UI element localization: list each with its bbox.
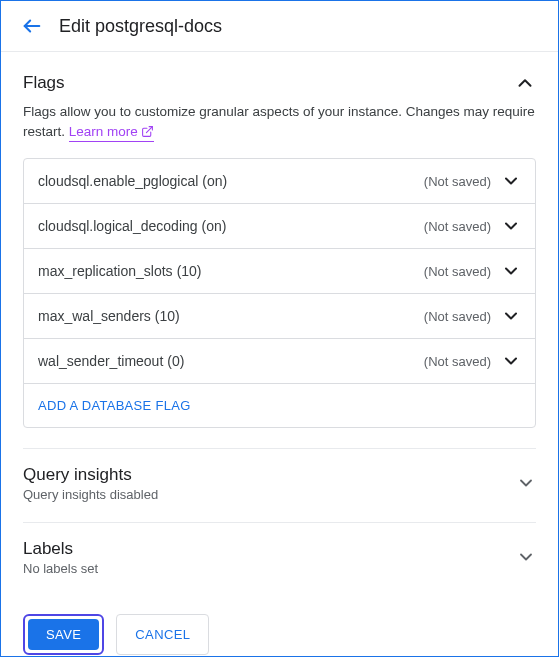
flag-list: cloudsql.enable_pglogical (on) (Not save… <box>23 158 536 428</box>
flag-status: (Not saved) <box>424 354 491 369</box>
save-button-highlight: SAVE <box>23 614 104 655</box>
flag-status: (Not saved) <box>424 309 491 324</box>
flags-section: Flags Flags allow you to customize granu… <box>23 72 536 428</box>
flag-status: (Not saved) <box>424 219 491 234</box>
flag-row[interactable]: max_wal_senders (10) (Not saved) <box>24 294 535 339</box>
labels-section-header[interactable]: Labels No labels set <box>23 539 536 576</box>
page-header: Edit postgresql-docs <box>1 1 558 52</box>
save-button[interactable]: SAVE <box>28 619 99 650</box>
flags-section-header[interactable]: Flags <box>23 72 536 94</box>
query-insights-title: Query insights <box>23 465 158 485</box>
flag-status: (Not saved) <box>424 174 491 189</box>
chevron-down-icon <box>516 547 536 567</box>
flag-name: max_wal_senders (10) <box>38 308 180 324</box>
chevron-down-icon <box>501 306 521 326</box>
learn-more-link[interactable]: Learn more <box>69 122 154 143</box>
divider <box>23 448 536 449</box>
query-insights-subtitle: Query insights disabled <box>23 487 158 502</box>
arrow-left-icon <box>21 15 43 37</box>
labels-title: Labels <box>23 539 98 559</box>
cancel-button[interactable]: CANCEL <box>116 614 209 655</box>
flag-row[interactable]: wal_sender_timeout (0) (Not saved) <box>24 339 535 384</box>
flags-section-title: Flags <box>23 73 65 93</box>
chevron-down-icon <box>501 171 521 191</box>
flags-description: Flags allow you to customize granular as… <box>23 102 536 142</box>
query-insights-section-header[interactable]: Query insights Query insights disabled <box>23 465 536 502</box>
footer: SAVE CANCEL <box>1 596 558 657</box>
chevron-down-icon <box>501 261 521 281</box>
page-title: Edit postgresql-docs <box>59 16 222 37</box>
flag-status: (Not saved) <box>424 264 491 279</box>
svg-line-1 <box>146 126 152 132</box>
flag-name: cloudsql.enable_pglogical (on) <box>38 173 227 189</box>
flag-row[interactable]: cloudsql.logical_decoding (on) (Not save… <box>24 204 535 249</box>
chevron-down-icon <box>501 216 521 236</box>
chevron-up-icon <box>514 72 536 94</box>
chevron-down-icon <box>501 351 521 371</box>
flag-name: cloudsql.logical_decoding (on) <box>38 218 226 234</box>
chevron-down-icon <box>516 473 536 493</box>
divider <box>23 522 536 523</box>
flag-row[interactable]: cloudsql.enable_pglogical (on) (Not save… <box>24 159 535 204</box>
external-link-icon <box>141 125 154 138</box>
labels-subtitle: No labels set <box>23 561 98 576</box>
flag-name: max_replication_slots (10) <box>38 263 202 279</box>
add-database-flag-button[interactable]: ADD A DATABASE FLAG <box>24 384 535 427</box>
flag-name: wal_sender_timeout (0) <box>38 353 184 369</box>
back-button[interactable] <box>21 15 43 37</box>
flag-row[interactable]: max_replication_slots (10) (Not saved) <box>24 249 535 294</box>
